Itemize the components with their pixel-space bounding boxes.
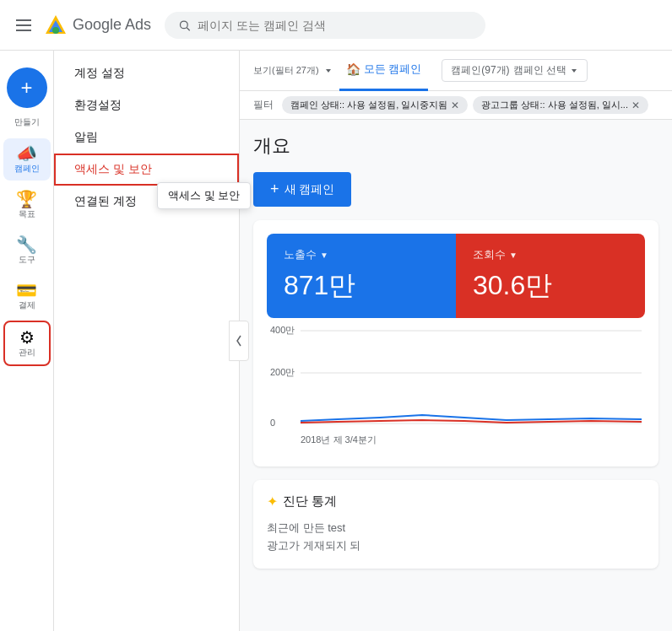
- create-button[interactable]: +: [7, 67, 47, 108]
- search-input[interactable]: [198, 19, 472, 32]
- svg-point-2: [52, 27, 59, 34]
- filter-chip-1-text: 광고그룹 상태:: 사용 설정됨, 일시...: [481, 99, 628, 111]
- main-layout: + 만들기 📣 캠페인 🏆 목표 🔧 도구 💳 결제 ⚙ 관리 계정 설정: [0, 51, 672, 631]
- billing-label: 결제: [19, 300, 35, 310]
- env-settings-label: 환경설정: [74, 98, 122, 111]
- sidebar-account-settings[interactable]: 계정 설정: [54, 57, 239, 89]
- impressions-label: 노출수 ▼: [284, 247, 439, 262]
- diagnosis-line-1: 광고가 게재되지 되: [267, 537, 645, 555]
- svg-line-4: [187, 27, 189, 30]
- new-campaign-button[interactable]: + 새 캠페인: [253, 172, 351, 207]
- views-card: 조회수 ▼ 30.6만: [456, 234, 645, 318]
- app-title: Google Ads: [73, 16, 151, 34]
- diagnosis-card: ✦ 진단 통계 최근에 만든 test 광고가 게재되지 되: [253, 480, 658, 569]
- header: Google Ads: [0, 0, 672, 51]
- filter-chip-0-text: 캠페인 상태:: 사용 설정됨, 일시중지됨: [290, 99, 447, 111]
- create-label: 만들기: [14, 116, 40, 128]
- y-label-200: 200만: [270, 367, 295, 377]
- content-area: 개요 + 새 캠페인 노출수 ▼ 871만: [240, 120, 672, 582]
- views-label: 조회수 ▼: [473, 247, 628, 262]
- google-ads-logo-icon: [44, 13, 68, 37]
- sidebar-alerts[interactable]: 알림: [54, 121, 239, 154]
- sidebar-item-goal[interactable]: 🏆 목표: [3, 184, 51, 226]
- diagnosis-star-icon: ✦: [267, 493, 278, 510]
- access-security-label: 액세스 및 보안: [74, 162, 152, 175]
- diagnosis-header: ✦ 진단 통계: [267, 493, 645, 510]
- access-security-tooltip: 액세스 및 보안: [157, 182, 251, 209]
- filter-chip-1-close[interactable]: ✕: [631, 100, 640, 111]
- main-content: 보기(필터 27개) 🏠 모든 캠페인 캠페인(97개) 캠페인 선택 필터: [240, 51, 672, 631]
- new-campaign-plus-icon: +: [270, 181, 279, 198]
- campaign-label: 캠페인: [14, 164, 40, 174]
- views-value: 30.6만: [473, 267, 628, 305]
- diagnosis-text: 최근에 만든 test 광고가 게재되지 되: [267, 520, 645, 555]
- logo-area: Google Ads: [44, 13, 151, 37]
- view-selector[interactable]: 보기(필터 27개): [253, 64, 333, 77]
- sidebar-item-campaign[interactable]: 📣 캠페인: [3, 138, 51, 181]
- campaign-selector[interactable]: 캠페인(97개) 캠페인 선택: [442, 59, 588, 82]
- impressions-arrow-icon: ▼: [320, 251, 328, 260]
- goal-label: 목표: [19, 209, 35, 219]
- chart-area: 400만 200만 0 2018년 제 3/4분기: [267, 318, 645, 453]
- sidebar-collapse-button[interactable]: [229, 321, 249, 361]
- filter-chip-1[interactable]: 광고그룹 상태:: 사용 설정됨, 일시... ✕: [473, 96, 648, 114]
- svg-marker-6: [572, 69, 577, 73]
- svg-marker-5: [326, 69, 331, 73]
- filter-chip-0[interactable]: 캠페인 상태:: 사용 설정됨, 일시중지됨 ✕: [282, 96, 468, 114]
- search-bar[interactable]: [165, 12, 485, 39]
- views-arrow-icon: ▼: [509, 251, 518, 260]
- campaign-dropdown-icon: [570, 67, 578, 75]
- stats-row: 노출수 ▼ 871만 조회수 ▼ 30.6만: [267, 234, 645, 318]
- manage-icon: ⚙: [19, 329, 35, 346]
- all-campaigns-tab[interactable]: 🏠 모든 캠페인: [339, 51, 429, 91]
- svg-point-3: [181, 21, 188, 29]
- filter-chip-0-close[interactable]: ✕: [451, 100, 459, 111]
- views-line: [301, 420, 642, 423]
- home-icon: 🏠: [346, 62, 360, 76]
- account-settings-label: 계정 설정: [74, 66, 125, 79]
- diagnosis-title: 진단 통계: [283, 493, 337, 510]
- campaign-select-label: 캠페인 선택: [513, 63, 566, 78]
- tools-icon: 🔧: [16, 236, 37, 253]
- page-title: 개요: [253, 133, 658, 159]
- sidebar: 계정 설정 환경설정 알림 액세스 및 보안 액세스 및 보안 연결된 계정: [54, 51, 240, 631]
- y-label-400: 400만: [270, 325, 295, 335]
- filter-label: 필터: [253, 98, 274, 112]
- impressions-card: 노출수 ▼ 871만: [267, 234, 456, 318]
- stats-chart-card: 노출수 ▼ 871만 조회수 ▼ 30.6만: [253, 220, 658, 467]
- plus-icon: +: [20, 78, 32, 98]
- impressions-value: 871만: [284, 267, 439, 305]
- impressions-line: [301, 415, 642, 421]
- create-wrapper: + 만들기: [3, 57, 51, 135]
- linked-accounts-label: 연결된 계정: [74, 194, 137, 208]
- manage-label: 관리: [19, 348, 35, 358]
- tabs-bar: 보기(필터 27개) 🏠 모든 캠페인 캠페인(97개) 캠페인 선택: [240, 51, 672, 91]
- sidebar-item-manage[interactable]: ⚙ 관리: [3, 321, 51, 366]
- sidebar-item-billing[interactable]: 💳 결제: [3, 275, 51, 317]
- alerts-label: 알림: [74, 130, 98, 143]
- campaign-count-label: 캠페인(97개): [451, 63, 509, 78]
- diagnosis-line-0: 최근에 만든 test: [267, 520, 645, 537]
- search-icon: [178, 19, 191, 32]
- x-label: 2018년 제 3/4분기: [301, 434, 377, 445]
- hamburger-lines: [16, 19, 31, 31]
- sidebar-access-security[interactable]: 액세스 및 보안 액세스 및 보안: [54, 154, 239, 186]
- view-filter-label: 보기(필터 27개): [253, 64, 319, 77]
- sidebar-item-tools[interactable]: 🔧 도구: [3, 229, 51, 272]
- goal-icon: 🏆: [16, 191, 37, 208]
- view-dropdown-icon: [324, 67, 333, 75]
- billing-icon: 💳: [16, 282, 37, 299]
- sidebar-env-settings[interactable]: 환경설정: [54, 89, 239, 121]
- menu-icon[interactable]: [10, 12, 37, 39]
- icon-rail: + 만들기 📣 캠페인 🏆 목표 🔧 도구 💳 결제 ⚙ 관리: [0, 51, 54, 631]
- all-campaigns-label: 모든 캠페인: [364, 62, 422, 77]
- filter-bar: 필터 캠페인 상태:: 사용 설정됨, 일시중지됨 ✕ 광고그룹 상태:: 사용…: [240, 91, 672, 120]
- y-label-0: 0: [270, 418, 275, 428]
- new-campaign-label: 새 캠페인: [285, 182, 335, 197]
- campaign-icon: 📣: [16, 145, 37, 162]
- tools-label: 도구: [19, 255, 35, 265]
- line-chart: 400만 200만 0 2018년 제 3/4분기: [267, 318, 645, 453]
